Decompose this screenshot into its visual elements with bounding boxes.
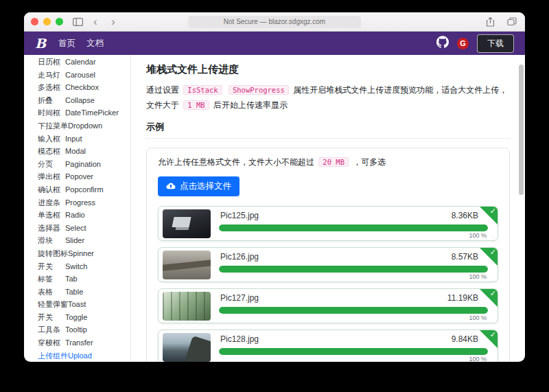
sidebar-item-slider[interactable]: 滑块Slider — [24, 234, 130, 247]
progress-percent: 100 % — [219, 232, 488, 239]
navbar-right: G 下载 — [436, 34, 514, 53]
file-name: Pic128.jpg — [220, 334, 259, 344]
file-size: 9.84KB — [452, 334, 478, 344]
close-window-button[interactable] — [31, 18, 38, 25]
sidebar-item-tab[interactable]: 标签Tab — [24, 273, 130, 286]
sidebar-item-input[interactable]: 输入框Input — [24, 132, 130, 146]
upload-file-list: Pic125.jpg 8.36KB 100 % ✓ — [158, 206, 498, 362]
file-size: 11.19KB — [447, 293, 478, 303]
sidebar-item-pagination[interactable]: 分页Pagination — [24, 158, 130, 171]
sidebar-item-upload[interactable]: 上传组件Upload — [24, 349, 130, 362]
fullscreen-window-button[interactable] — [56, 18, 63, 25]
sidebar-item-radio[interactable]: 单选框Radio — [24, 209, 130, 222]
sidebar-item-checkbox[interactable]: 多选框Checkbox — [24, 81, 130, 94]
sidebar-item-tooltip[interactable]: 工具条Tooltip — [24, 323, 130, 336]
cloud-upload-icon — [166, 181, 176, 192]
intro-paragraph: 通过设置 IsStack ShowProgress 属性开启堆栈式文件上传进度预… — [146, 83, 510, 113]
sidebar-item-popover[interactable]: 弹出框Popover — [24, 170, 130, 183]
select-file-button[interactable]: 点击选择文件 — [158, 176, 240, 196]
hint-text-2: ，可多选 — [353, 157, 386, 167]
address-bar[interactable]: Not Secure — blazor.sdgxgz.com — [188, 16, 361, 28]
progress-bar — [219, 348, 488, 355]
file-item: Pic126.jpg 8.57KB 100 % ✓ — [158, 247, 498, 282]
browser-toolbar: ‹ › Not Secure — blazor.sdgxgz.com — [24, 12, 525, 32]
size-badge-1mb: 1 MB — [183, 100, 209, 110]
page-content: 日历框Calendar 走马灯Carousel 多选框Checkbox 折叠Co… — [24, 55, 525, 362]
progress-bar — [219, 224, 488, 231]
progress-percent: 100 % — [219, 356, 488, 362]
file-size: 8.57KB — [452, 252, 478, 262]
share-icon[interactable] — [484, 17, 496, 27]
minimize-window-button[interactable] — [43, 18, 51, 25]
sidebar-item-carousel[interactable]: 走马灯Carousel — [24, 69, 130, 82]
sidebar-item-modal[interactable]: 模态框Modal — [24, 145, 130, 158]
url-text: Not Secure — blazor.sdgxgz.com — [224, 18, 325, 25]
file-thumbnail — [163, 251, 211, 279]
sidebar-item-toggle[interactable]: 开关Toggle — [24, 311, 130, 324]
tabs-overview-icon[interactable] — [506, 17, 518, 26]
nav-link-home[interactable]: 首页 — [58, 38, 75, 49]
code-badge-showprogress: ShowProgress — [229, 85, 289, 95]
file-item: Pic127.jpg 11.19KB 100 % ✓ — [158, 288, 498, 323]
file-info: Pic127.jpg 11.19KB 100 % — [219, 292, 488, 321]
sidebar-toggle-icon[interactable] — [71, 18, 84, 26]
component-sidebar: 日历框Calendar 走马灯Carousel 多选框Checkbox 折叠Co… — [24, 55, 131, 362]
back-button[interactable]: ‹ — [89, 16, 102, 27]
browser-window: ‹ › Not Secure — blazor.sdgxgz.com — [24, 12, 525, 362]
file-size: 8.36KB — [452, 211, 478, 220]
file-thumbnail — [163, 209, 211, 238]
code-badge-isstack: IsStack — [183, 85, 222, 95]
progress-fill — [219, 348, 488, 355]
window-controls — [31, 18, 63, 25]
nav-link-docs[interactable]: 文档 — [86, 38, 104, 49]
hint-text-1: 允许上传任意格式文件，文件大小不能超过 — [158, 157, 314, 167]
sidebar-item-transfer[interactable]: 穿梭框Transfer — [24, 336, 130, 349]
app-navbar: B 首页 文档 G 下载 — [24, 32, 525, 55]
demo-card-body: 允许上传任意格式文件，文件大小不能超过 20 MB ，可多选 — [147, 148, 509, 362]
section-title-example: 示例 — [146, 121, 510, 139]
progress-bar — [219, 266, 488, 273]
check-icon: ✓ — [490, 330, 496, 339]
file-item: Pic128.jpg 9.84KB 100 % ✓ — [158, 330, 498, 362]
progress-fill — [219, 224, 488, 231]
download-button[interactable]: 下载 — [477, 34, 514, 53]
sidebar-item-spinner[interactable]: 旋转图标Spinner — [24, 247, 130, 260]
page-title: 堆栈式文件上传进度 — [146, 63, 510, 76]
file-info: Pic128.jpg 9.84KB 100 % — [219, 333, 488, 362]
brand-logo[interactable]: B — [35, 36, 46, 51]
progress-fill — [219, 307, 488, 314]
sidebar-item-switch[interactable]: 开关Switch — [24, 260, 130, 273]
file-name: Pic126.jpg — [220, 252, 259, 262]
size-badge-20mb: 20 MB — [318, 157, 349, 167]
intro-text-3: 后开始上传速率显示 — [213, 100, 288, 110]
sidebar-item-table[interactable]: 表格Table — [24, 286, 130, 299]
check-icon: ✓ — [490, 289, 496, 298]
sidebar-item-collapse[interactable]: 折叠Collapse — [24, 94, 130, 107]
sidebar-item-datetimepicker[interactable]: 时间框DateTimePicker — [24, 106, 130, 119]
demo-card: 允许上传任意格式文件，文件大小不能超过 20 MB ，可多选 — [146, 148, 510, 362]
file-item: Pic125.jpg 8.36KB 100 % ✓ — [158, 206, 498, 241]
window-scrollbar-thumb[interactable] — [519, 65, 524, 195]
progress-percent: 100 % — [219, 273, 488, 280]
gitee-icon[interactable]: G — [457, 38, 469, 49]
file-name: Pic127.jpg — [220, 293, 259, 303]
sidebar-item-progress[interactable]: 进度条Progress — [24, 196, 130, 209]
sidebar-item-popconfirm[interactable]: 确认框Popconfirm — [24, 183, 130, 196]
sidebar-item-select[interactable]: 选择器Select — [24, 222, 130, 235]
file-info: Pic125.jpg 8.36KB 100 % — [219, 209, 488, 239]
file-thumbnail — [163, 292, 211, 321]
sidebar-item-dropdown[interactable]: 下拉菜单Dropdown — [24, 119, 130, 132]
sidebar-item-calendar[interactable]: 日历框Calendar — [24, 56, 130, 69]
upload-hint: 允许上传任意格式文件，文件大小不能超过 20 MB ，可多选 — [158, 157, 498, 168]
main-panel: 堆栈式文件上传进度 通过设置 IsStack ShowProgress 属性开启… — [131, 55, 525, 362]
desktop-background: ‹ › Not Secure — blazor.sdgxgz.com — [0, 0, 549, 392]
progress-percent: 100 % — [219, 314, 488, 321]
intro-text-1: 通过设置 — [146, 85, 179, 95]
sidebar-item-toast[interactable]: 轻量弹窗Toast — [24, 298, 130, 311]
check-icon: ✓ — [490, 207, 496, 216]
file-info: Pic126.jpg 8.57KB 100 % — [219, 251, 488, 280]
progress-bar — [219, 307, 488, 314]
file-thumbnail — [163, 333, 211, 362]
forward-button[interactable]: › — [107, 16, 119, 27]
github-icon[interactable] — [436, 36, 449, 51]
